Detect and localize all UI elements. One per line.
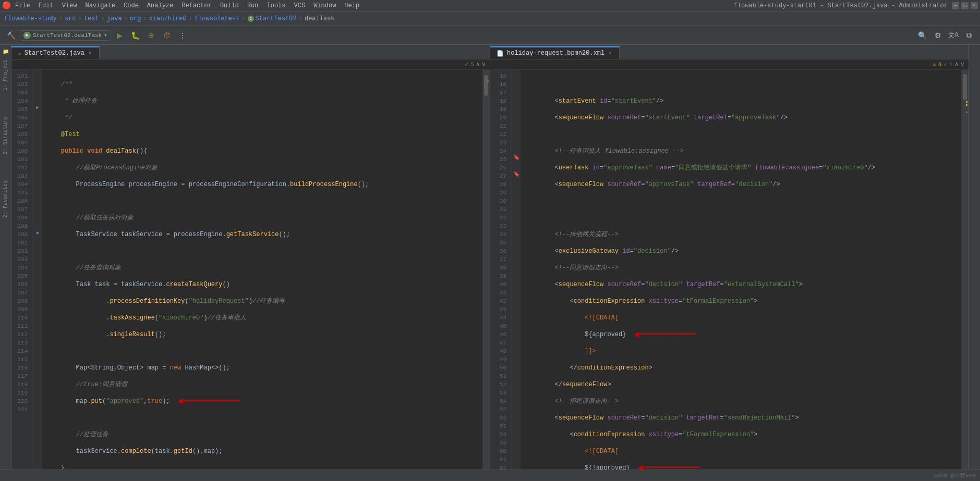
restore-button[interactable]: ⧉: [962, 29, 976, 42]
profile-button[interactable]: ⏱: [160, 29, 174, 42]
right-code-area[interactable]: 1516171819 2021222324 2526272829 3031323…: [490, 70, 969, 481]
menu-refactor[interactable]: Refactor: [177, 1, 216, 10]
code-line-192: //任务查询对象: [46, 264, 478, 272]
translate-button[interactable]: 文A: [947, 29, 960, 42]
xml-line-31: ]]>: [525, 347, 957, 355]
sidebar-project-label[interactable]: 1: Project: [2, 57, 9, 93]
breadcrumb-project[interactable]: flowable-study: [4, 15, 57, 22]
sidebar-favorites-label[interactable]: 2: Favorites: [2, 178, 9, 220]
close-button[interactable]: ×: [971, 2, 978, 9]
run-config-chevron: ▾: [104, 32, 107, 39]
coverage-button[interactable]: ⊕: [144, 29, 158, 42]
menu-run[interactable]: Run: [243, 1, 263, 10]
menu-build[interactable]: Build: [216, 1, 243, 10]
run-gutter-icon[interactable]: ▶: [33, 103, 42, 112]
menu-help[interactable]: Help: [340, 1, 364, 10]
settings-button[interactable]: ⚙: [931, 29, 945, 42]
menu-analyze[interactable]: Analyze: [143, 1, 177, 10]
xml-line-37: <![CDATA[: [525, 447, 957, 455]
run-config-label: StartTest02.dealTask: [33, 32, 102, 39]
menu-tools[interactable]: Tools: [263, 1, 290, 10]
code-line-186: //获取ProcessEngine对象: [46, 164, 478, 172]
tab-close-starttest02[interactable]: ×: [88, 50, 93, 57]
sidebar-project-icon[interactable]: 📁: [1, 47, 10, 56]
breadcrumb-src[interactable]: src: [65, 15, 76, 22]
ok-stripe: [487, 80, 489, 82]
nav-down-button[interactable]: ∨: [482, 60, 486, 68]
tab-close-holiday[interactable]: ×: [608, 50, 613, 57]
breadcrumb-org[interactable]: org: [130, 15, 141, 22]
breadcrumb-test[interactable]: test: [84, 15, 99, 22]
nav-up-button[interactable]: ∧: [476, 60, 480, 68]
run-config-dropdown[interactable]: ▶ StartTest02.dealTask ▾: [20, 30, 111, 41]
breadcrumb-class[interactable]: C StartTest02: [248, 15, 297, 22]
xml-line-19: <!--任务审批人 flowable:assignee -->: [525, 147, 957, 155]
run-button[interactable]: ▶: [113, 29, 127, 42]
menu-edit[interactable]: Edit: [34, 1, 58, 10]
left-code-content[interactable]: /** * 处理任务 */ @Test public void dealTask…: [42, 70, 482, 481]
code-line-197: [46, 347, 478, 355]
ok-stripe-right: [966, 112, 967, 113]
tab-holiday-xml[interactable]: 📄 holiday-request.bpmn20.xml ×: [490, 46, 620, 59]
right-code-content[interactable]: <startEvent id="startEvent"/> <sequenceF…: [521, 70, 961, 481]
menu-navigate[interactable]: Navigate: [81, 1, 119, 10]
code-line-188: [46, 197, 478, 205]
menu-file[interactable]: File: [11, 1, 34, 10]
breadcrumb-method[interactable]: dealTask: [305, 15, 335, 22]
java-file-icon: ☕: [18, 50, 21, 57]
bookmark-icon2: 🔖: [512, 170, 521, 178]
right-vertical-panels: [969, 45, 980, 481]
encoding-label: CSDN @小智RE0: [934, 472, 976, 479]
right-line-numbers: 1516171819 2021222324 2526272829 3031323…: [490, 70, 512, 481]
nav-up-button-right[interactable]: ∧: [955, 60, 959, 68]
menu-view[interactable]: View: [58, 1, 81, 10]
editor-area: ☕ StartTest02.java × ✓ 5 ∧ ∨ 18118218318…: [11, 45, 969, 481]
left-scroll-indicator[interactable]: [482, 70, 490, 481]
code-line-201: [46, 414, 478, 422]
right-gutter: 🔖 🔖: [512, 70, 521, 481]
left-sidebar: 📁 1: Project 2: Structure 2: Favorites: [0, 45, 11, 481]
bookmark-icon: 🔖: [512, 153, 521, 162]
search-button[interactable]: 🔍: [915, 29, 929, 42]
hammer-button[interactable]: 🔨: [4, 29, 18, 42]
menu-code[interactable]: Code: [119, 1, 143, 10]
maximize-button[interactable]: □: [961, 2, 969, 9]
xml-line-27: <sequenceFlow sourceRef="decision" targe…: [525, 280, 957, 289]
code-line-203: taskService.complete(task.getId(),map);: [46, 447, 478, 455]
warning-stripe-1: [966, 101, 967, 103]
xml-file-icon: 📄: [497, 50, 504, 57]
left-code-area[interactable]: 181182183184185 186187188189190 19119219…: [11, 70, 490, 481]
code-line-187: ProcessEngine processEngine = processEng…: [46, 180, 478, 189]
menu-vcs[interactable]: VCS: [290, 1, 310, 10]
check-count-right: 1: [949, 61, 953, 68]
right-scroll-indicator[interactable]: [961, 70, 969, 481]
more-run-button[interactable]: ⋮: [176, 29, 189, 42]
left-scroll-thumb: [484, 75, 488, 96]
check-icon: ✓: [465, 61, 468, 68]
code-line-202: //处理任务: [46, 430, 478, 439]
tab-starttest02[interactable]: ☕ StartTest02.java ×: [11, 46, 100, 59]
toolbar: 🔨 ▶ StartTest02.dealTask ▾ ▶ 🐛 ⊕ ⏱ ⋮ 🔍 ⚙…: [0, 26, 980, 45]
breadcrumb-java[interactable]: java: [107, 15, 122, 22]
run-config-icon: ▶: [23, 32, 31, 39]
code-line-183: */: [46, 114, 478, 122]
xml-line-22: [525, 197, 957, 205]
debug-button[interactable]: 🐛: [129, 29, 142, 42]
breadcrumb-flowabletest[interactable]: flowabletest: [195, 15, 239, 22]
minimize-button[interactable]: ─: [952, 2, 959, 9]
warning-stripe-2: [966, 104, 967, 106]
xml-line-34: <!--拒绝请假走向-->: [525, 397, 957, 405]
class-icon: C: [248, 16, 254, 22]
sidebar-structure-label[interactable]: 2: Structure: [2, 115, 9, 156]
xml-line-20: <userTask id="approveTask" name="同意或拒绝请假…: [525, 164, 957, 172]
main-layout: 📁 1: Project 2: Structure 2: Favorites ☕…: [0, 45, 980, 481]
nav-down-button-right[interactable]: ∨: [961, 60, 964, 68]
code-line-195: .taskAssignee("xiaozhire0")//任务审批人: [46, 314, 478, 322]
window-title: flowable-study-start01 - StartTest02.jav…: [734, 2, 948, 9]
xml-line-30: ${approved} ◀━━━━━━━━━━: [525, 330, 957, 339]
left-code-header: ✓ 5 ∧ ∨: [11, 59, 490, 70]
breadcrumb-xiaozhire0[interactable]: xiaozhire0: [149, 15, 187, 22]
menu-window[interactable]: Window: [309, 1, 340, 10]
breadcrumb: flowable-study › src › test › java › org…: [0, 11, 980, 26]
xml-line-15: [525, 80, 957, 89]
